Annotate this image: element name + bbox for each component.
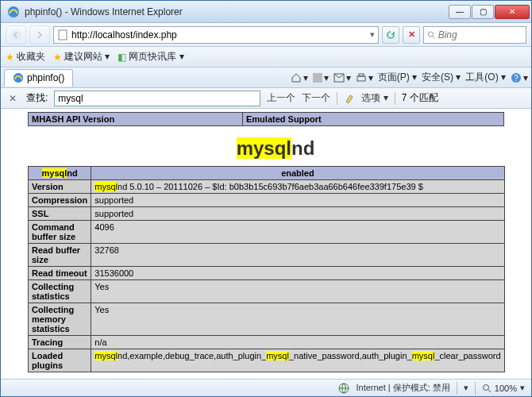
address-bar[interactable]: ▾ — [53, 26, 379, 44]
row-key: Read timeout — [29, 267, 91, 280]
find-input[interactable] — [54, 91, 260, 106]
web-slice[interactable]: ◧网页快讯库 ▾ — [118, 50, 183, 64]
svg-text:?: ? — [514, 74, 519, 83]
status-bar: Internet | 保护模式: 禁用 ▾ 100% ▾ — [1, 379, 531, 396]
forward-button[interactable] — [29, 25, 50, 44]
refresh-button[interactable] — [382, 26, 399, 44]
protected-mode-dropdown[interactable]: ▾ — [464, 383, 468, 393]
mysqlnd-table: mysqlnd enabled Versionmysqlnd 5.0.10 – … — [28, 166, 505, 372]
svg-point-3 — [428, 32, 433, 37]
row-key: SSL — [29, 207, 91, 221]
svg-line-4 — [433, 36, 435, 38]
browser-window: phpinfo() - Windows Internet Explorer — … — [0, 0, 532, 397]
search-box[interactable] — [423, 26, 526, 44]
page-icon — [57, 29, 68, 40]
search-input[interactable] — [438, 29, 522, 40]
page-content: MHASH API VersionEmulated Support mysqln… — [1, 109, 531, 379]
feeds-button[interactable]: ▾ — [313, 72, 329, 83]
favorites-button[interactable]: ★收藏夹 — [6, 50, 45, 64]
col-header: mysqlnd — [29, 167, 91, 180]
search-icon — [427, 30, 436, 40]
tab-phpinfo[interactable]: phpinfo() — [4, 69, 73, 87]
stop-button[interactable]: ✕ — [403, 26, 420, 44]
row-val: n/a — [91, 336, 504, 349]
row-val: supported — [91, 207, 504, 221]
row-key: Version — [29, 180, 91, 194]
row-val: 31536000 — [91, 267, 504, 280]
row-val: 4096 — [91, 221, 504, 244]
mhash-val: Emulated Support — [243, 113, 504, 126]
home-button[interactable]: ▾ — [291, 72, 308, 83]
row-val: mysqlnd 5.0.10 – 20111026 – $Id: b0b3b15… — [91, 180, 504, 194]
minimize-button[interactable]: — — [449, 5, 471, 19]
tools-menu[interactable]: 工具(O) ▾ — [465, 71, 506, 84]
page-menu[interactable]: 页面(P) ▾ — [378, 71, 417, 84]
status-zone: Internet | 保护模式: 禁用 — [356, 382, 449, 394]
find-prev[interactable]: 上一个 — [267, 91, 295, 105]
find-highlight-icon[interactable] — [344, 93, 355, 104]
row-val: 32768 — [91, 244, 504, 267]
row-val: Yes — [91, 280, 504, 303]
section-title: mysqlnd — [28, 137, 523, 160]
row-val: Yes — [91, 303, 504, 336]
safety-menu[interactable]: 安全(S) ▾ — [422, 71, 461, 84]
row-key: Collecting statistics — [29, 280, 91, 303]
mhash-key: MHASH API Version — [29, 113, 243, 126]
find-close[interactable]: ✕ — [6, 93, 20, 104]
svg-point-13 — [483, 384, 488, 390]
svg-rect-8 — [357, 76, 365, 81]
nav-row: ▾ ✕ — [1, 23, 531, 47]
back-button[interactable] — [6, 25, 26, 44]
find-label: 查找: — [26, 91, 48, 105]
titlebar: phpinfo() - Windows Internet Explorer — … — [1, 1, 531, 23]
col-header: enabled — [91, 167, 504, 180]
row-key: Collecting memory statistics — [29, 303, 91, 336]
zoom-icon — [482, 384, 492, 393]
suggested-sites[interactable]: ★建议网站 ▾ — [53, 50, 110, 64]
find-next[interactable]: 下一个 — [302, 91, 330, 105]
internet-zone-icon — [338, 383, 349, 394]
row-key: Command buffer size — [29, 221, 91, 244]
maximize-button[interactable]: ▢ — [472, 5, 494, 19]
find-bar: ✕ 查找: 上一个 下一个 选项 ▾ 7 个匹配 — [1, 88, 531, 109]
find-options[interactable]: 选项 ▾ — [361, 91, 387, 105]
mail-button[interactable]: ▾ — [333, 72, 351, 83]
print-button[interactable]: ▾ — [356, 72, 373, 83]
svg-rect-6 — [313, 73, 322, 83]
tab-row: phpinfo() ▾ ▾ ▾ ▾ 页面(P) ▾ 安全(S) ▾ 工具(O) … — [1, 67, 531, 88]
svg-rect-9 — [359, 74, 364, 76]
close-button[interactable]: ✕ — [495, 5, 530, 19]
url-input[interactable] — [71, 29, 367, 40]
window-title: phpinfo() - Windows Internet Explorer — [25, 6, 449, 17]
find-matches: 7 个匹配 — [402, 91, 438, 105]
svg-rect-2 — [59, 30, 67, 40]
row-val: mysqlnd,example,debug_trace,auth_plugin_… — [91, 349, 504, 372]
row-val: supported — [91, 194, 504, 207]
row-key: Read buffer size — [29, 244, 91, 267]
ie-icon — [7, 6, 20, 18]
page-toolbar: ▾ ▾ ▾ ▾ 页面(P) ▾ 安全(S) ▾ 工具(O) ▾ ?▾ — [291, 71, 528, 84]
row-key: Tracing — [29, 336, 91, 349]
row-key: Compression — [29, 194, 91, 207]
help-button[interactable]: ?▾ — [511, 72, 528, 83]
ie-icon — [13, 72, 24, 83]
svg-line-14 — [488, 390, 491, 392]
dropdown-icon[interactable]: ▾ — [370, 29, 375, 40]
row-key: Loaded plugins — [29, 349, 91, 372]
window-controls: — ▢ ✕ — [449, 5, 530, 19]
zoom-control[interactable]: 100% ▾ — [482, 383, 525, 393]
mhash-table: MHASH API VersionEmulated Support — [28, 112, 504, 126]
favorites-bar: ★收藏夹 ★建议网站 ▾ ◧网页快讯库 ▾ — [1, 47, 531, 67]
svg-point-1 — [11, 29, 21, 40]
